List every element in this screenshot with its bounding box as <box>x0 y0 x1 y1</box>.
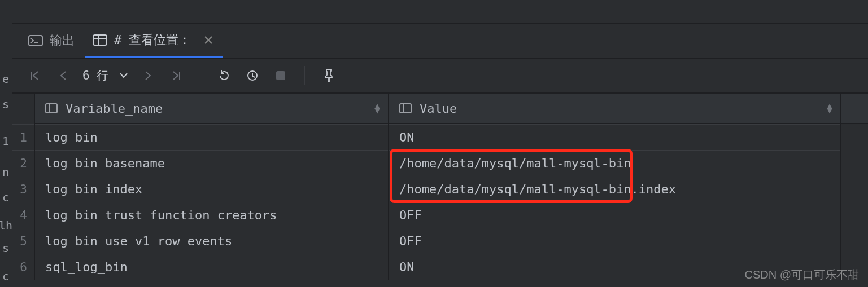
first-page-button[interactable] <box>25 65 45 86</box>
tab-output[interactable]: 输出 <box>20 25 85 58</box>
page-dropdown-button[interactable] <box>117 65 130 86</box>
separator <box>304 66 305 85</box>
separator <box>200 66 200 85</box>
reload-button[interactable] <box>214 65 234 86</box>
svg-rect-2 <box>93 35 107 45</box>
svg-rect-15 <box>400 104 411 113</box>
gutter-char: s <box>0 93 12 116</box>
next-page-button[interactable] <box>138 65 158 86</box>
tabs-bar: 输出 # 查看位置： <box>12 24 868 59</box>
sort-icon[interactable]: ▲▼ <box>827 104 832 113</box>
results-table: 1 2 3 4 5 6 Variable_name ▲▼ log_bin log… <box>12 94 868 280</box>
column-header-variable-name[interactable]: Variable_name ▲▼ <box>35 94 388 124</box>
cell-variable-name[interactable]: sql_log_bin <box>35 254 388 280</box>
history-button[interactable] <box>242 65 263 86</box>
cell-value[interactable]: OFF <box>389 202 840 228</box>
column-header-label: Variable_name <box>66 101 163 116</box>
cell-value[interactable]: OFF <box>389 228 840 254</box>
tab-output-label: 输出 <box>50 32 75 49</box>
row-number[interactable]: 5 <box>12 228 34 254</box>
terminal-icon <box>28 33 43 48</box>
svg-rect-13 <box>46 104 57 113</box>
last-page-button[interactable] <box>166 65 186 86</box>
row-number[interactable]: 2 <box>12 150 34 176</box>
svg-rect-0 <box>29 36 42 46</box>
column-type-icon <box>399 103 412 113</box>
cell-variable-name[interactable]: log_bin_basename <box>35 150 388 176</box>
gutter-char: c <box>0 186 12 209</box>
watermark: CSDN @可口可乐不甜 <box>744 267 859 282</box>
tab-query[interactable]: # 查看位置： <box>85 25 223 58</box>
row-number[interactable]: 3 <box>12 176 34 202</box>
cell-variable-name[interactable]: log_bin <box>35 124 388 150</box>
gutter-char: s <box>0 237 12 259</box>
cell-value[interactable]: /home/data/mysql/mall-mysql-bin <box>389 150 840 176</box>
stop-button[interactable] <box>271 65 291 86</box>
left-gutter: e s 1 n c lh s c <box>0 0 12 287</box>
row-number[interactable]: 4 <box>12 202 34 228</box>
column-header-label: Value <box>420 101 457 116</box>
cell-variable-name[interactable]: log_bin_use_v1_row_events <box>35 228 388 254</box>
page-row-count[interactable]: 6 行 <box>82 68 108 83</box>
column-header-spacer <box>841 94 868 124</box>
svg-rect-12 <box>276 71 285 80</box>
cell-variable-name[interactable]: log_bin_index <box>35 176 388 202</box>
row-number[interactable]: 1 <box>12 124 34 150</box>
tab-query-label: # 查看位置： <box>114 32 191 48</box>
gutter-char: lh <box>0 214 12 237</box>
row-number[interactable]: 6 <box>12 254 34 280</box>
gutter-char: 1 <box>0 130 12 152</box>
cell-value[interactable]: ON <box>389 124 840 150</box>
grid-icon <box>93 33 107 47</box>
cell-variable-name[interactable]: log_bin_trust_function_creators <box>35 202 388 228</box>
top-gap-bar <box>12 0 868 24</box>
results-toolbar: 6 行 <box>12 59 868 94</box>
row-number-gutter: 1 2 3 4 5 6 <box>12 94 35 280</box>
column-header-value[interactable]: Value ▲▼ <box>389 94 840 124</box>
gutter-char: n <box>0 161 12 183</box>
gutter-char: e <box>0 68 12 90</box>
cell-value[interactable]: /home/data/mysql/mall-mysql-bin.index <box>389 176 840 202</box>
gutter-char: c <box>0 265 12 287</box>
pin-button[interactable] <box>319 65 339 86</box>
svg-line-11 <box>252 76 255 77</box>
prev-page-button[interactable] <box>53 65 73 86</box>
close-icon[interactable] <box>204 36 213 45</box>
column-type-icon <box>45 103 58 113</box>
sort-icon[interactable]: ▲▼ <box>374 104 380 113</box>
